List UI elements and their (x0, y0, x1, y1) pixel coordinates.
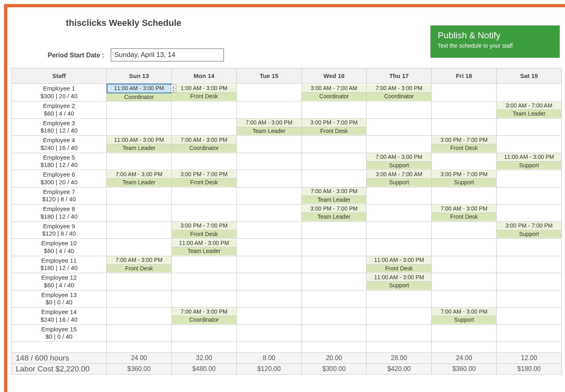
schedule-cell[interactable] (432, 290, 497, 308)
schedule-cell[interactable] (497, 308, 562, 325)
col-thu[interactable]: Thu 17 (367, 68, 432, 84)
schedule-cell[interactable] (236, 187, 301, 204)
col-tue[interactable]: Tue 15 (236, 68, 301, 84)
schedule-cell[interactable] (301, 136, 367, 153)
shift-block[interactable]: 7:00 AM - 3:00 PMSupport (432, 308, 496, 325)
schedule-cell[interactable] (432, 84, 497, 101)
schedule-cell[interactable] (432, 239, 497, 256)
schedule-cell[interactable]: 3:00 PM - 7:00 PMFront Desk (171, 221, 236, 239)
schedule-cell[interactable] (367, 136, 432, 153)
schedule-cell[interactable] (367, 118, 432, 136)
schedule-cell[interactable] (432, 221, 497, 239)
schedule-cell[interactable]: 3:00 PM - 7:00 PMFront Desk (171, 170, 236, 188)
schedule-cell[interactable] (301, 308, 367, 325)
schedule-cell[interactable] (171, 256, 236, 273)
shift-block[interactable]: 11:00 AM - 3:00 PMTeam Leader (107, 136, 171, 153)
staff-cell[interactable]: Employee 15$0 | 0 / 40 (12, 325, 107, 342)
schedule-cell[interactable] (171, 187, 236, 204)
schedule-cell[interactable] (236, 290, 301, 308)
schedule-cell[interactable]: 7:00 AM - 3:00 PMCoordinator (171, 308, 236, 325)
shift-block[interactable]: 11:00 AM - 3:00 PMFront Desk (367, 256, 431, 273)
schedule-cell[interactable] (367, 325, 432, 342)
schedule-cell[interactable]: 7:00 AM - 3:00 PMFront Desk (107, 256, 172, 273)
schedule-cell[interactable] (107, 118, 172, 136)
staff-cell[interactable]: Employee 11$180 | 12 / 40 (12, 256, 107, 273)
staff-cell[interactable]: Employee 10$60 | 4 / 40 (12, 239, 107, 256)
schedule-cell[interactable] (236, 273, 301, 291)
staff-cell[interactable]: Employee 9$120 | 8 / 40 (12, 221, 107, 239)
schedule-cell[interactable]: 7:00 AM - 3:00 PMCoordinator (171, 136, 236, 153)
shift-block[interactable]: 7:00 AM - 3:00 PMCoordinator (172, 136, 236, 153)
staff-cell[interactable]: Employee 4$240 | 16 / 40 (12, 136, 107, 153)
schedule-cell[interactable]: 11:00 AM - 3:00 PMSupport (497, 153, 562, 170)
schedule-cell[interactable] (301, 273, 367, 291)
schedule-cell[interactable] (367, 204, 432, 222)
shift-block[interactable]: 3:00 AM - 7:00 AMSupport (367, 170, 431, 187)
schedule-cell[interactable] (432, 153, 497, 170)
schedule-cell[interactable] (236, 256, 301, 273)
schedule-cell[interactable] (107, 308, 172, 325)
shift-block[interactable]: 3:00 PM - 7:00 PMSupport (432, 170, 496, 187)
schedule-cell[interactable] (497, 273, 562, 291)
col-wed[interactable]: Wed 16 (301, 68, 367, 84)
schedule-cell[interactable] (497, 84, 562, 101)
publish-notify-button[interactable]: Publish & Notify Text the schedule to yo… (430, 25, 560, 58)
schedule-cell[interactable] (301, 170, 367, 188)
schedule-cell[interactable]: 11:00 AM - 3:00 PMFront Desk (367, 256, 432, 273)
schedule-cell[interactable]: 7:00 AM - 3:00 PMTeam Leader (301, 187, 367, 204)
schedule-cell[interactable]: 7:00 AM - 3:00 PMSupport (432, 308, 497, 325)
col-sun[interactable]: Sun 13 (107, 68, 172, 84)
schedule-cell[interactable] (171, 204, 236, 222)
shift-block[interactable]: 3:00 PM - 7:00 PMFront Desk (172, 222, 236, 239)
schedule-cell[interactable] (432, 101, 497, 119)
schedule-cell[interactable]: 3:00 AM - 7:00 AMCoordinator (301, 84, 367, 101)
shift-block[interactable]: 7:00 AM - 3:00 PMSupport (367, 153, 431, 170)
schedule-cell[interactable] (107, 290, 172, 308)
col-sat[interactable]: Sat 19 (497, 68, 562, 84)
schedule-cell[interactable] (236, 84, 301, 101)
schedule-cell[interactable] (171, 290, 236, 308)
schedule-cell[interactable]: 11:00 AM - 3:00 PMTeam Leader (171, 239, 236, 256)
schedule-cell[interactable]: 3:00 AM - 7:00 AMSupport (367, 170, 432, 188)
schedule-cell[interactable] (497, 118, 562, 136)
shift-block[interactable]: 7:00 AM - 3:00 PMFront Desk (432, 204, 496, 221)
schedule-cell[interactable] (367, 187, 432, 204)
shift-block[interactable]: 7:00 AM - 3:00 PMTeam Leader (107, 170, 171, 187)
shift-block[interactable]: 3:00 PM - 7:00 PMFront Desk (172, 170, 236, 187)
staff-cell[interactable]: Employee 6$300 | 20 / 40 (12, 170, 107, 188)
schedule-cell[interactable] (171, 325, 236, 342)
schedule-cell[interactable] (497, 256, 562, 273)
staff-cell[interactable]: Employee 14$240 | 16 / 40 (12, 308, 107, 325)
schedule-cell[interactable]: 11:00 AM - 3:00 PMSupport (367, 273, 432, 291)
schedule-cell[interactable]: 7:00 AM - 3:00 PMSupport (367, 153, 432, 170)
schedule-cell[interactable] (497, 325, 562, 342)
col-mon[interactable]: Mon 14 (171, 68, 236, 84)
schedule-cell[interactable] (236, 204, 301, 222)
schedule-cell[interactable] (171, 101, 236, 119)
schedule-cell[interactable] (301, 290, 367, 308)
chevron-down-icon[interactable]: ▼ (171, 89, 176, 93)
schedule-cell[interactable]: 3:00 PM - 7:00 PMFront Desk (432, 136, 497, 153)
shift-block[interactable]: 3:00 PM - 7:00 PMTeam Leader (302, 204, 367, 221)
schedule-cell[interactable] (107, 221, 172, 239)
schedule-cell[interactable] (367, 290, 432, 308)
schedule-cell[interactable] (497, 170, 562, 188)
shift-block[interactable]: 7:00 AM - 3:00 PMTeam Leader (237, 119, 301, 136)
schedule-cell[interactable]: 7:00 AM - 3:00 PMCoordinator (367, 84, 432, 101)
staff-cell[interactable]: Employee 13$0 | 0 / 40 (12, 290, 107, 308)
schedule-cell[interactable] (432, 273, 497, 291)
schedule-cell[interactable] (171, 153, 236, 170)
chevron-up-icon[interactable]: ▲ (171, 85, 176, 89)
schedule-cell[interactable]: 3:00 PM - 7:00 PMTeam Leader (301, 204, 367, 222)
schedule-cell[interactable]: 7:00 AM - 3:00 PMTeam Leader (236, 118, 301, 136)
schedule-cell[interactable] (107, 204, 172, 222)
staff-cell[interactable]: Employee 1$300 | 20 / 40 (12, 84, 107, 101)
staff-cell[interactable]: Employee 5$180 | 12 / 40 (12, 153, 107, 170)
schedule-cell[interactable] (497, 136, 562, 153)
shift-block[interactable]: 7:00 AM - 3:00 PMFront Desk (107, 256, 171, 273)
shift-block[interactable]: 3:00 PM - 7:00 PMSupport (497, 222, 561, 239)
shift-block[interactable]: 11:00 AM - 3:00 PMSupport (497, 153, 561, 170)
schedule-cell[interactable] (432, 325, 497, 342)
schedule-cell[interactable] (301, 101, 367, 119)
schedule-cell[interactable] (497, 290, 562, 308)
